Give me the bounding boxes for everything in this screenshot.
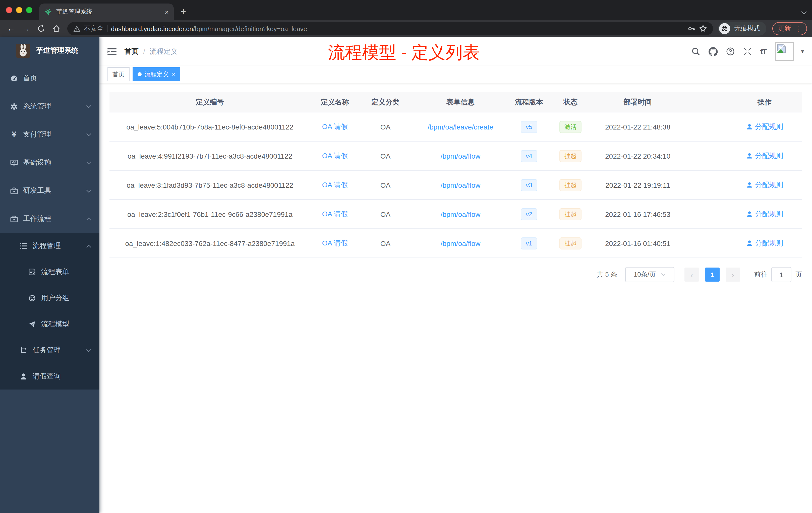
form-edit-icon (28, 268, 36, 276)
page-size-select[interactable]: 10条/页 (625, 267, 674, 282)
window-close-button[interactable] (6, 7, 12, 13)
col-header-version: 流程版本 (510, 92, 548, 112)
url-divider (107, 25, 108, 32)
cell-deploy-time: 2022-01-22 19:19:11 (592, 171, 683, 199)
assign-rule-button[interactable]: 分配规则 (746, 122, 783, 131)
sidebar-item-process-form[interactable]: 流程表单 (0, 259, 99, 285)
flow-tree-icon (20, 346, 28, 354)
monitor-icon (10, 159, 18, 167)
sidebar-item-infrastructure[interactable]: 基础设施 (0, 149, 99, 177)
form-link[interactable]: /bpm/oa/leave/create (428, 123, 493, 131)
form-link[interactable]: /bpm/oa/flow (441, 152, 481, 160)
sidebar-item-label: 研发工具 (23, 186, 81, 195)
status-badge: 挂起 (559, 237, 581, 249)
sidebar-item-label: 流程模型 (41, 320, 69, 329)
browser-menu-icon[interactable]: ⋮ (795, 25, 802, 32)
cell-definition-id: oa_leave:3:1fad3d93-7b75-11ec-a3c8-acde4… (110, 171, 310, 199)
tag-close-icon[interactable]: × (172, 71, 175, 78)
cell-definition-id: oa_leave:5:004b710b-7b8a-11ec-8ef0-acde4… (110, 113, 310, 141)
table-row: oa_leave:1:482ec033-762a-11ec-8477-a2380… (110, 229, 802, 258)
paper-plane-icon (28, 320, 36, 328)
form-link[interactable]: /bpm/oa/flow (441, 181, 481, 189)
current-page-button[interactable]: 1 (705, 268, 720, 281)
forward-button[interactable]: → (20, 23, 32, 35)
url-bar[interactable]: 不安全 dashboard.yudao.iocoder.cn/bpm/manag… (67, 22, 713, 35)
avatar-caret-icon[interactable]: ▼ (800, 49, 805, 54)
cell-deploy-time: 2022-01-22 21:48:38 (592, 113, 683, 141)
prev-page-button[interactable]: ‹ (685, 268, 699, 281)
definition-name-link[interactable]: OA 请假 (322, 151, 348, 160)
password-key-icon[interactable] (688, 25, 696, 33)
sidebar-item-process-management[interactable]: 流程管理 (0, 233, 99, 259)
definition-name-link[interactable]: OA 请假 (322, 122, 348, 131)
content-area: 首页 / 流程定义 流程模型 - 定义列表 (99, 37, 812, 513)
definition-name-link[interactable]: OA 请假 (322, 180, 348, 189)
sidebar-logo[interactable]: 芋道管理系统 (0, 37, 99, 64)
chevron-down-icon (86, 349, 91, 352)
definition-name-link[interactable]: OA 请假 (322, 239, 348, 248)
home-button[interactable] (50, 23, 62, 35)
hamburger-collapse-icon[interactable] (108, 48, 116, 56)
main-panel: 定义编号 定义名称 定义分类 表单信息 流程版本 状态 部署时间 操作 oa_l… (99, 83, 812, 513)
help-icon[interactable] (726, 47, 735, 56)
sidebar-item-task-management[interactable]: 任务管理 (0, 337, 99, 363)
header-actions: tT ▼ (692, 42, 805, 61)
sidebar-item-system[interactable]: 系统管理 (0, 92, 99, 120)
window-controls (0, 0, 39, 20)
next-page-button[interactable]: › (726, 268, 740, 281)
avatar[interactable] (775, 42, 794, 61)
sidebar-item-home[interactable]: 首页 (0, 64, 99, 92)
definition-name-link[interactable]: OA 请假 (322, 210, 348, 219)
col-header-actions: 操作 (727, 92, 802, 112)
sidebar-item-workflow[interactable]: 工作流程 (0, 205, 99, 233)
col-header-name: 定义名称 (310, 92, 359, 112)
assign-rule-button[interactable]: 分配规则 (746, 239, 783, 248)
pagination-total: 共 5 条 (597, 270, 617, 279)
table-row: oa_leave:5:004b710b-7b8a-11ec-8ef0-acde4… (110, 113, 802, 142)
security-warning-icon[interactable] (73, 25, 80, 32)
browser-tab[interactable]: 芋道管理系统 × (39, 3, 174, 20)
window-minimize-button[interactable] (16, 7, 22, 13)
back-button[interactable]: ← (5, 23, 17, 35)
sidebar-item-label: 支付管理 (23, 130, 81, 139)
cell-definition-id: oa_leave:1:482ec033-762a-11ec-8477-a2380… (110, 229, 310, 258)
sidebar-item-user-group[interactable]: 用户分组 (0, 285, 99, 311)
status-badge: 挂起 (559, 179, 581, 191)
browser-toolbar: ← → 不安全 dashboard.yudao.iocoder.cn/bpm/m… (0, 20, 812, 37)
tab-search-caret-icon[interactable] (801, 11, 807, 15)
form-link[interactable]: /bpm/oa/flow (441, 210, 481, 218)
version-badge: v2 (521, 208, 537, 220)
sidebar-item-payment[interactable]: ¥ 支付管理 (0, 120, 99, 149)
tag-process-definition[interactable]: 流程定义 × (133, 67, 180, 81)
sidebar-item-process-model[interactable]: 流程模型 (0, 311, 99, 337)
fullscreen-icon[interactable] (743, 47, 752, 56)
form-link[interactable]: /bpm/oa/flow (441, 239, 481, 247)
url-text[interactable]: dashboard.yudao.iocoder.cn/bpm/manager/d… (111, 25, 684, 32)
sidebar-item-label: 流程表单 (41, 268, 69, 277)
reload-button[interactable] (35, 23, 47, 35)
annotation-title: 流程模型 - 定义列表 (328, 41, 480, 64)
sidebar-item-label: 任务管理 (33, 346, 61, 355)
pagination: 共 5 条 10条/页 ‹ 1 › 前往 页 (110, 267, 802, 282)
browser-update-chip[interactable]: 更新 ⋮ (772, 22, 807, 35)
bookmark-star-icon[interactable] (699, 25, 707, 33)
assign-rule-button[interactable]: 分配规则 (746, 180, 783, 189)
tag-home[interactable]: 首页 (108, 67, 129, 81)
window-zoom-button[interactable] (26, 7, 32, 13)
security-label[interactable]: 不安全 (84, 24, 104, 33)
tab-close-icon[interactable]: × (165, 8, 169, 15)
github-icon[interactable] (708, 47, 718, 56)
sidebar-item-leave-query[interactable]: 请假查询 (0, 363, 99, 390)
new-tab-button[interactable]: + (181, 6, 186, 17)
assign-rule-button[interactable]: 分配规则 (746, 210, 783, 219)
status-badge: 激活 (559, 121, 581, 133)
breadcrumb-home[interactable]: 首页 (124, 47, 139, 56)
sidebar-item-dev-tools[interactable]: 研发工具 (0, 177, 99, 205)
cell-category: OA (359, 171, 411, 199)
cell-definition-id: oa_leave:2:3c1f0ef1-76b1-11ec-9c66-a2380… (110, 200, 310, 229)
assign-rule-button[interactable]: 分配规则 (746, 151, 783, 160)
goto-page-input[interactable] (771, 267, 791, 282)
search-icon[interactable] (692, 47, 700, 56)
font-size-icon[interactable]: tT (760, 47, 766, 56)
update-label[interactable]: 更新 (778, 24, 791, 33)
